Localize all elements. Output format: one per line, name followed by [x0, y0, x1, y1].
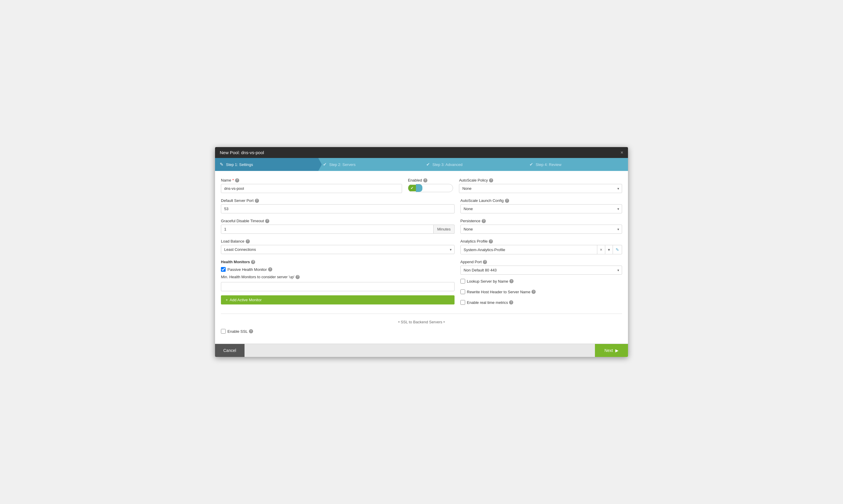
- persistence-select-wrapper: None: [460, 224, 622, 234]
- toggle-off-part: [416, 184, 422, 192]
- append-port-select-wrapper: Non Default 80 443: [460, 266, 622, 275]
- step4-icon: ✔: [529, 162, 533, 167]
- lookup-server-row: Lookup Server by Name ?: [460, 279, 622, 284]
- passive-health-label[interactable]: Passive Health Monitor ?: [227, 267, 272, 272]
- row-health-monitors: Health Monitors ? Passive Health Monitor…: [221, 260, 622, 308]
- append-port-help-icon: ?: [483, 260, 487, 264]
- step4-label: Step 4: Review: [535, 162, 561, 167]
- next-label: Next: [604, 348, 613, 353]
- ssl-section-label: • SSL to Backend Servers •: [221, 320, 622, 324]
- step1-icon: ✎: [220, 162, 224, 167]
- autoscale-launch-select[interactable]: None: [460, 204, 622, 213]
- ssl-divider: [221, 313, 622, 314]
- persistence-label: Persistence ?: [460, 219, 622, 223]
- passive-health-row: Passive Health Monitor ?: [221, 267, 455, 272]
- autoscale-policy-select-wrapper: None: [459, 184, 622, 193]
- persistence-group: Persistence ? None: [460, 219, 622, 234]
- autoscale-launch-label: AutoScale Launch Config ?: [460, 198, 622, 203]
- graceful-input-group: Minutes: [221, 224, 455, 234]
- row-load-balance: Load Balance ? Least Connections Analyti…: [221, 239, 622, 254]
- realtime-metrics-label[interactable]: Enable real time metrics ?: [467, 300, 513, 305]
- min-health-group: Min. Health Monitors to consider server …: [221, 275, 455, 291]
- lookup-server-checkbox[interactable]: [460, 279, 465, 284]
- analytics-profile-label: Analytics Profile ?: [460, 239, 622, 244]
- enabled-help-icon: ?: [423, 178, 427, 182]
- load-balance-group: Load Balance ? Least Connections: [221, 239, 455, 254]
- name-help-icon: ?: [235, 178, 239, 182]
- enable-ssl-help-icon: ?: [249, 329, 253, 334]
- required-star: *: [232, 178, 234, 182]
- add-monitor-plus-icon: +: [226, 298, 228, 302]
- next-button[interactable]: Next ▶: [595, 344, 628, 357]
- step-3[interactable]: ✔ Step 3: Advanced: [421, 158, 525, 171]
- close-button[interactable]: ×: [620, 150, 623, 155]
- add-monitor-label: Add Active Monitor: [230, 298, 262, 302]
- min-health-help-icon: ?: [296, 275, 300, 279]
- health-monitors-group: Health Monitors ? Passive Health Monitor…: [221, 260, 455, 304]
- analytics-profile-input-wrapper: × ▾ ✎: [460, 245, 622, 254]
- load-balance-select[interactable]: Least Connections: [221, 245, 455, 254]
- realtime-metrics-checkbox[interactable]: [460, 300, 465, 305]
- autoscale-launch-select-wrapper: None: [460, 204, 622, 213]
- analytics-clear-button[interactable]: ×: [597, 245, 605, 254]
- step1-label: Step 1: Settings: [226, 162, 253, 167]
- load-balance-label: Load Balance ?: [221, 239, 455, 244]
- row-name: Name * ? Enabled ? ✔ Aut: [221, 178, 622, 193]
- modal-title: New Pool: dns-vs-pool: [220, 150, 264, 155]
- analytics-profile-help-icon: ?: [489, 239, 493, 244]
- passive-health-help-icon: ?: [268, 267, 272, 271]
- step-4[interactable]: ✔ Step 4: Review: [525, 158, 628, 171]
- health-monitors-title: Health Monitors ?: [221, 260, 455, 264]
- append-port-select[interactable]: Non Default 80 443: [460, 266, 622, 275]
- passive-health-checkbox[interactable]: [221, 267, 226, 272]
- row-server-port: Default Server Port ? AutoScale Launch C…: [221, 198, 622, 213]
- add-active-monitor-button[interactable]: + Add Active Monitor: [221, 295, 455, 304]
- realtime-metrics-row: Enable real time metrics ?: [460, 300, 622, 305]
- append-port-group: Append Port ? Non Default 80 443: [460, 260, 622, 275]
- analytics-icons: × ▾ ✎: [597, 245, 622, 254]
- graceful-help-icon: ?: [265, 219, 269, 223]
- step3-label: Step 3: Advanced: [433, 162, 462, 167]
- persistence-select[interactable]: None: [460, 224, 622, 234]
- cancel-button[interactable]: Cancel: [215, 344, 245, 357]
- footer: Cancel Next ▶: [215, 344, 628, 357]
- enabled-toggle[interactable]: ✔: [408, 184, 453, 192]
- graceful-input[interactable]: [221, 224, 434, 234]
- enabled-group: Enabled ? ✔: [408, 178, 453, 193]
- graceful-suffix: Minutes: [434, 224, 455, 234]
- persistence-help-icon: ?: [482, 219, 486, 223]
- analytics-dropdown-button[interactable]: ▾: [605, 245, 613, 254]
- server-port-help-icon: ?: [255, 199, 259, 203]
- next-arrow-icon: ▶: [615, 348, 618, 353]
- rewrite-host-row: Rewrite Host Header to Server Name ?: [460, 289, 622, 294]
- graceful-label: Graceful Disable Timeout ?: [221, 219, 455, 223]
- enable-ssl-label[interactable]: Enable SSL ?: [227, 329, 253, 334]
- realtime-metrics-help-icon: ?: [509, 300, 513, 304]
- toggle-on-part: ✔: [408, 185, 416, 191]
- rewrite-host-checkbox[interactable]: [460, 289, 465, 294]
- step2-label: Step 2: Servers: [329, 162, 356, 167]
- analytics-profile-group: Analytics Profile ? × ▾ ✎: [460, 239, 622, 254]
- step-1[interactable]: ✎ Step 1: Settings: [215, 158, 318, 171]
- name-label: Name * ?: [221, 178, 402, 182]
- min-health-input[interactable]: [221, 282, 455, 291]
- load-balance-help-icon: ?: [246, 239, 250, 244]
- step-2[interactable]: ✔ Step 2: Servers: [318, 158, 421, 171]
- rewrite-host-help-icon: ?: [531, 290, 535, 294]
- right-checkboxes: Lookup Server by Name ? Rewrite Host Hea…: [460, 279, 622, 308]
- server-port-input[interactable]: [221, 204, 455, 213]
- append-port-label: Append Port ?: [460, 260, 622, 264]
- analytics-edit-button[interactable]: ✎: [613, 245, 622, 254]
- enable-ssl-row: Enable SSL ?: [221, 329, 622, 334]
- server-port-label: Default Server Port ?: [221, 198, 455, 203]
- autoscale-policy-select[interactable]: None: [459, 184, 622, 193]
- analytics-profile-input[interactable]: [461, 246, 597, 254]
- lookup-server-help-icon: ?: [509, 279, 513, 283]
- enabled-label: Enabled ?: [408, 178, 453, 182]
- row-graceful: Graceful Disable Timeout ? Minutes Persi…: [221, 219, 622, 234]
- load-balance-select-wrapper: Least Connections: [221, 245, 455, 254]
- lookup-server-label[interactable]: Lookup Server by Name ?: [467, 279, 513, 284]
- enable-ssl-checkbox[interactable]: [221, 329, 226, 334]
- name-input[interactable]: [221, 184, 402, 193]
- rewrite-host-label[interactable]: Rewrite Host Header to Server Name ?: [467, 290, 535, 294]
